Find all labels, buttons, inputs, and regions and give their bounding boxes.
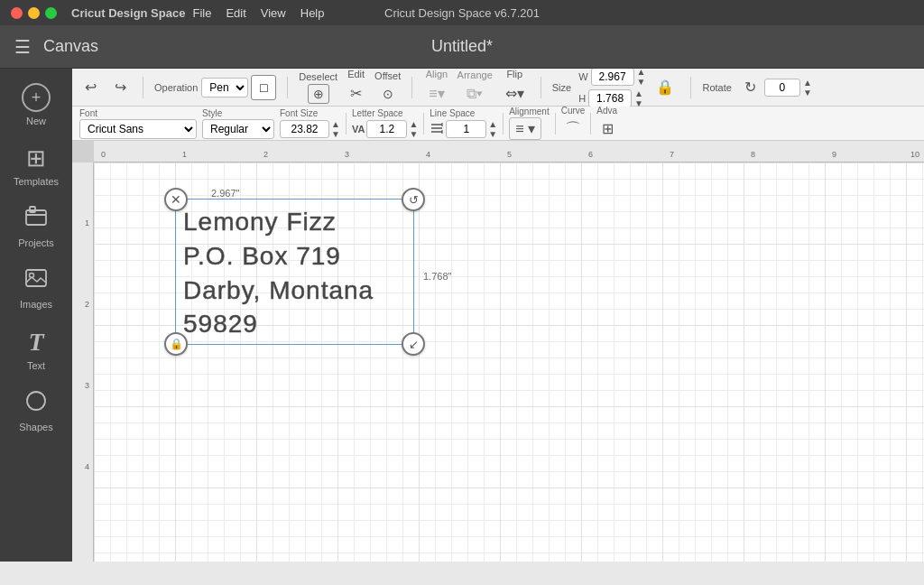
- line-space-group: Line Space ▲ ▼: [430, 108, 497, 139]
- line-space-up[interactable]: ▲: [488, 119, 497, 129]
- size-h-input[interactable]: 1.768: [588, 89, 632, 107]
- svg-point-5: [27, 392, 45, 410]
- ruler-h-9: 9: [832, 150, 836, 159]
- ruler-h-0: 0: [101, 150, 106, 159]
- redo-button[interactable]: ↪: [109, 75, 132, 99]
- rotate-input[interactable]: [764, 79, 800, 97]
- text-icon: T: [28, 328, 43, 357]
- flip-button[interactable]: ⇔▾: [500, 81, 530, 106]
- ruler-h-8: 8: [751, 150, 755, 159]
- maximize-button[interactable]: [45, 7, 57, 19]
- traffic-lights: [11, 7, 57, 19]
- font-size-group: Font Size ▲ ▼: [280, 108, 340, 139]
- operation-label: Operation: [154, 82, 198, 93]
- sidebar-item-projects[interactable]: Projects: [4, 198, 69, 255]
- ruler-h-4: 4: [426, 150, 430, 159]
- sidebar-item-templates[interactable]: ⊞ Templates: [4, 137, 69, 194]
- offset-group: Offset ⊙: [374, 70, 401, 105]
- alignment-group: Alignment ≡ ▾: [509, 107, 549, 140]
- canvas-area: 0 1 2 3 4 5 6 7 8 9 10 1 2 3 4: [72, 141, 924, 562]
- menu-file[interactable]: File: [192, 6, 211, 20]
- text-selection-box[interactable]: ✕ ↺ 🔒 ↙ Lemony FizzP.O. Box 719Darby, Mo…: [175, 199, 414, 345]
- flip-group: Flip ⇔▾: [500, 69, 530, 106]
- font-size-spinners: ▲ ▼: [331, 119, 340, 139]
- ruler-h-7: 7: [670, 150, 674, 159]
- sidebar-images-label: Images: [20, 299, 52, 310]
- rotate-down[interactable]: ▼: [803, 88, 812, 98]
- size-w-label: W: [578, 71, 587, 82]
- ruler-vertical: 1 2 3 4: [72, 162, 94, 562]
- style-select[interactable]: Regular: [202, 119, 274, 139]
- minimize-button[interactable]: [28, 7, 40, 19]
- workspace: ↩ ↪ Operation Pen □ Deselect: [72, 69, 924, 562]
- ruler-h-6: 6: [588, 150, 593, 159]
- templates-icon: ⊞: [26, 144, 46, 172]
- sidebar-item-images[interactable]: Images: [4, 259, 69, 317]
- size-w-spinners: ▲ ▼: [637, 69, 646, 87]
- menu-edit[interactable]: Edit: [226, 6, 245, 20]
- offset-button[interactable]: ⊙: [377, 83, 399, 105]
- text-divider-4: [555, 113, 556, 135]
- edit-button[interactable]: ✂: [345, 81, 367, 106]
- handle-lock[interactable]: 🔒: [164, 332, 188, 356]
- offset-ctrl: Offset ⊙: [374, 70, 401, 105]
- text-divider-5: [590, 113, 591, 135]
- letter-space-icon: VA: [352, 124, 365, 135]
- divider-3: [411, 77, 412, 98]
- line-space-input[interactable]: [446, 120, 486, 138]
- handle-resize[interactable]: ↙: [402, 332, 425, 356]
- font-size-label: Font Size: [280, 108, 340, 118]
- arrange-button[interactable]: ⧉▾: [461, 82, 488, 106]
- deselect-group: Deselect ⊕: [299, 71, 337, 104]
- font-size-down[interactable]: ▼: [331, 129, 340, 139]
- sidebar-item-text[interactable]: T Text: [4, 320, 69, 378]
- hamburger-menu[interactable]: ☰: [14, 36, 31, 58]
- curve-button[interactable]: ⌒: [561, 116, 586, 142]
- handle-close[interactable]: ✕: [164, 188, 188, 211]
- size-h-up[interactable]: ▲: [634, 88, 643, 98]
- menu-help[interactable]: Help: [300, 6, 325, 20]
- text-box-container[interactable]: ✕ ↺ 🔒 ↙ Lemony FizzP.O. Box 719Darby, Mo…: [175, 199, 414, 345]
- handle-rotate[interactable]: ↺: [402, 188, 425, 211]
- sidebar-shapes-label: Shapes: [19, 422, 52, 432]
- line-space-down[interactable]: ▼: [488, 129, 497, 139]
- letter-space-label: Letter Space: [352, 108, 418, 118]
- size-w-down[interactable]: ▼: [637, 77, 646, 87]
- line-space-label: Line Space: [430, 108, 497, 118]
- undo-button[interactable]: ↩: [79, 75, 102, 99]
- style-group: Style Regular: [202, 108, 274, 139]
- operation-controls: Pen □: [201, 75, 276, 100]
- canvas-text[interactable]: Lemony FizzP.O. Box 719Darby, Montana598…: [176, 200, 413, 347]
- close-button[interactable]: [11, 7, 23, 19]
- align-group: Align ≡▾: [423, 69, 449, 106]
- letter-space-input[interactable]: [366, 120, 407, 138]
- lock-aspect-button[interactable]: 🔒: [651, 75, 679, 99]
- title-bar-left: Cricut Design Space File Edit View Help: [11, 6, 325, 20]
- font-size-up[interactable]: ▲: [331, 119, 340, 129]
- ruler-v-2: 2: [85, 300, 89, 309]
- menu-view[interactable]: View: [261, 6, 286, 20]
- size-w-up[interactable]: ▲: [637, 69, 646, 77]
- font-select[interactable]: Cricut Sans: [79, 119, 197, 139]
- curve-group: Curve ⌒: [561, 106, 586, 142]
- operation-icon-box[interactable]: □: [251, 75, 276, 100]
- document-title[interactable]: Untitled*: [431, 37, 493, 56]
- font-size-input[interactable]: [280, 120, 329, 138]
- sidebar-templates-label: Templates: [14, 176, 59, 187]
- main-layout: + New ⊞ Templates Projects: [0, 69, 924, 562]
- align-button[interactable]: ≡▾: [423, 81, 449, 106]
- sidebar-item-shapes[interactable]: Shapes: [4, 382, 69, 440]
- operation-select[interactable]: Pen: [201, 78, 248, 98]
- sidebar-item-new[interactable]: + New: [4, 76, 69, 134]
- arrange-group: Arrange ⧉▾: [457, 70, 493, 106]
- adv-button[interactable]: ⊞: [596, 116, 619, 141]
- rotate-icon[interactable]: ↻: [739, 75, 762, 99]
- deselect-button[interactable]: ⊕: [308, 84, 329, 104]
- letter-space-down[interactable]: ▼: [409, 129, 418, 139]
- letter-space-up[interactable]: ▲: [409, 119, 418, 129]
- rotate-up[interactable]: ▲: [803, 78, 812, 88]
- alignment-button[interactable]: ≡ ▾: [509, 117, 541, 140]
- size-w-input[interactable]: 2.967: [591, 69, 634, 86]
- rotate-spinners: ▲ ▼: [803, 78, 812, 98]
- font-size-controls: ▲ ▼: [280, 119, 340, 139]
